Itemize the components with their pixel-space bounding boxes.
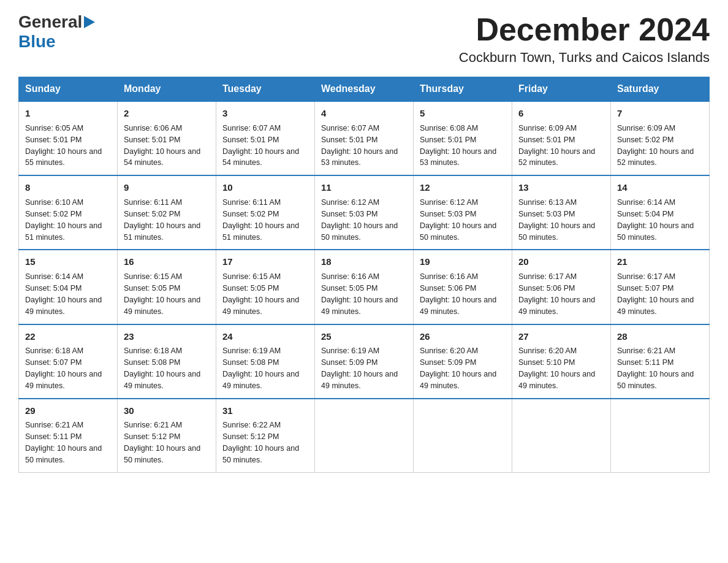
- day-number: 8: [25, 181, 111, 194]
- calendar-header-row: Sunday Monday Tuesday Wednesday Thursday…: [19, 77, 710, 102]
- day-number: 2: [124, 107, 210, 120]
- day-number: 12: [420, 181, 506, 194]
- calendar-day-cell: 31 Sunrise: 6:22 AMSunset: 5:12 PMDaylig…: [216, 399, 315, 473]
- day-info: Sunrise: 6:18 AMSunset: 5:08 PMDaylight:…: [124, 347, 200, 390]
- day-number: 11: [321, 181, 407, 194]
- day-info: Sunrise: 6:17 AMSunset: 5:07 PMDaylight:…: [617, 272, 694, 316]
- day-info: Sunrise: 6:08 AMSunset: 5:01 PMDaylight:…: [420, 124, 496, 167]
- calendar-day-cell: 25 Sunrise: 6:19 AMSunset: 5:09 PMDaylig…: [315, 324, 414, 399]
- calendar-day-cell: 19 Sunrise: 6:16 AMSunset: 5:06 PMDaylig…: [414, 250, 512, 324]
- col-friday: Friday: [512, 77, 611, 102]
- calendar-day-cell: 12 Sunrise: 6:12 AMSunset: 5:03 PMDaylig…: [414, 175, 512, 250]
- calendar-day-cell: 20 Sunrise: 6:17 AMSunset: 5:06 PMDaylig…: [512, 250, 611, 324]
- day-number: 28: [617, 330, 703, 343]
- calendar-day-cell: 11 Sunrise: 6:12 AMSunset: 5:03 PMDaylig…: [315, 175, 414, 250]
- calendar-day-cell: 5 Sunrise: 6:08 AMSunset: 5:01 PMDayligh…: [414, 101, 512, 175]
- col-saturday: Saturday: [611, 77, 710, 102]
- day-info: Sunrise: 6:14 AMSunset: 5:04 PMDaylight:…: [617, 198, 694, 242]
- day-number: 19: [420, 255, 506, 269]
- day-number: 6: [518, 107, 604, 120]
- calendar-day-cell: [315, 399, 414, 473]
- day-number: 24: [222, 330, 308, 343]
- logo-blue-text: Blue: [18, 32, 56, 51]
- col-monday: Monday: [118, 77, 216, 102]
- calendar-day-cell: 27 Sunrise: 6:20 AMSunset: 5:10 PMDaylig…: [512, 324, 611, 399]
- calendar-week-row: 1 Sunrise: 6:05 AMSunset: 5:01 PMDayligh…: [19, 101, 710, 175]
- page-subtitle: Cockburn Town, Turks and Caicos Islands: [459, 50, 710, 66]
- calendar-day-cell: 4 Sunrise: 6:07 AMSunset: 5:01 PMDayligh…: [315, 101, 414, 175]
- day-number: 21: [617, 255, 703, 269]
- day-info: Sunrise: 6:15 AMSunset: 5:05 PMDaylight:…: [124, 272, 200, 316]
- day-info: Sunrise: 6:17 AMSunset: 5:06 PMDaylight:…: [518, 272, 595, 316]
- day-info: Sunrise: 6:20 AMSunset: 5:10 PMDaylight:…: [518, 347, 595, 390]
- calendar-day-cell: 26 Sunrise: 6:20 AMSunset: 5:09 PMDaylig…: [414, 324, 512, 399]
- calendar-day-cell: 6 Sunrise: 6:09 AMSunset: 5:01 PMDayligh…: [512, 101, 611, 175]
- calendar-day-cell: 3 Sunrise: 6:07 AMSunset: 5:01 PMDayligh…: [216, 101, 315, 175]
- svg-marker-0: [84, 16, 95, 28]
- calendar-day-cell: 13 Sunrise: 6:13 AMSunset: 5:03 PMDaylig…: [512, 175, 611, 250]
- title-area: December 2024 Cockburn Town, Turks and C…: [459, 12, 710, 66]
- day-number: 4: [321, 107, 407, 120]
- calendar-day-cell: 21 Sunrise: 6:17 AMSunset: 5:07 PMDaylig…: [611, 250, 710, 324]
- day-number: 7: [617, 107, 703, 120]
- calendar-week-row: 8 Sunrise: 6:10 AMSunset: 5:02 PMDayligh…: [19, 175, 710, 250]
- calendar-week-row: 29 Sunrise: 6:21 AMSunset: 5:11 PMDaylig…: [19, 399, 710, 473]
- day-number: 5: [420, 107, 506, 120]
- calendar-week-row: 22 Sunrise: 6:18 AMSunset: 5:07 PMDaylig…: [19, 324, 710, 399]
- day-number: 25: [321, 330, 407, 343]
- calendar-day-cell: [414, 399, 512, 473]
- calendar-day-cell: 10 Sunrise: 6:11 AMSunset: 5:02 PMDaylig…: [216, 175, 315, 250]
- day-info: Sunrise: 6:10 AMSunset: 5:02 PMDaylight:…: [25, 198, 102, 242]
- day-info: Sunrise: 6:09 AMSunset: 5:02 PMDaylight:…: [617, 124, 694, 167]
- day-info: Sunrise: 6:12 AMSunset: 5:03 PMDaylight:…: [321, 198, 398, 242]
- day-info: Sunrise: 6:09 AMSunset: 5:01 PMDaylight:…: [518, 124, 595, 167]
- day-info: Sunrise: 6:14 AMSunset: 5:04 PMDaylight:…: [25, 272, 102, 316]
- logo-arrow-icon: [84, 16, 95, 31]
- calendar-day-cell: 14 Sunrise: 6:14 AMSunset: 5:04 PMDaylig…: [611, 175, 710, 250]
- day-number: 29: [25, 404, 111, 418]
- day-info: Sunrise: 6:13 AMSunset: 5:03 PMDaylight:…: [518, 198, 595, 242]
- day-number: 9: [124, 181, 210, 194]
- day-info: Sunrise: 6:21 AMSunset: 5:11 PMDaylight:…: [617, 347, 694, 390]
- day-info: Sunrise: 6:05 AMSunset: 5:01 PMDaylight:…: [25, 124, 102, 167]
- calendar-day-cell: 7 Sunrise: 6:09 AMSunset: 5:02 PMDayligh…: [611, 101, 710, 175]
- day-info: Sunrise: 6:20 AMSunset: 5:09 PMDaylight:…: [420, 347, 496, 390]
- calendar-day-cell: 28 Sunrise: 6:21 AMSunset: 5:11 PMDaylig…: [611, 324, 710, 399]
- calendar-day-cell: 8 Sunrise: 6:10 AMSunset: 5:02 PMDayligh…: [19, 175, 118, 250]
- day-number: 18: [321, 255, 407, 269]
- day-number: 23: [124, 330, 210, 343]
- page-title: December 2024: [459, 12, 710, 47]
- day-number: 31: [222, 404, 308, 418]
- logo: General Blue: [18, 12, 95, 52]
- calendar-day-cell: 17 Sunrise: 6:15 AMSunset: 5:05 PMDaylig…: [216, 250, 315, 324]
- calendar-day-cell: [611, 399, 710, 473]
- calendar-day-cell: 9 Sunrise: 6:11 AMSunset: 5:02 PMDayligh…: [118, 175, 216, 250]
- day-number: 30: [124, 404, 210, 418]
- day-info: Sunrise: 6:06 AMSunset: 5:01 PMDaylight:…: [124, 124, 200, 167]
- day-number: 27: [518, 330, 604, 343]
- day-info: Sunrise: 6:15 AMSunset: 5:05 PMDaylight:…: [222, 272, 299, 316]
- day-info: Sunrise: 6:16 AMSunset: 5:06 PMDaylight:…: [420, 272, 496, 316]
- day-info: Sunrise: 6:21 AMSunset: 5:11 PMDaylight:…: [25, 421, 102, 464]
- day-info: Sunrise: 6:16 AMSunset: 5:05 PMDaylight:…: [321, 272, 398, 316]
- day-number: 10: [222, 181, 308, 194]
- page-header: General Blue December 2024 Cockburn Town…: [18, 12, 710, 66]
- calendar-day-cell: 29 Sunrise: 6:21 AMSunset: 5:11 PMDaylig…: [19, 399, 118, 473]
- calendar-day-cell: 24 Sunrise: 6:19 AMSunset: 5:08 PMDaylig…: [216, 324, 315, 399]
- col-thursday: Thursday: [414, 77, 512, 102]
- col-tuesday: Tuesday: [216, 77, 315, 102]
- calendar-day-cell: 22 Sunrise: 6:18 AMSunset: 5:07 PMDaylig…: [19, 324, 118, 399]
- logo-general-text: General: [18, 12, 82, 32]
- calendar-day-cell: 23 Sunrise: 6:18 AMSunset: 5:08 PMDaylig…: [118, 324, 216, 399]
- calendar-day-cell: 16 Sunrise: 6:15 AMSunset: 5:05 PMDaylig…: [118, 250, 216, 324]
- day-info: Sunrise: 6:11 AMSunset: 5:02 PMDaylight:…: [222, 198, 299, 242]
- calendar-week-row: 15 Sunrise: 6:14 AMSunset: 5:04 PMDaylig…: [19, 250, 710, 324]
- day-number: 14: [617, 181, 703, 194]
- day-info: Sunrise: 6:19 AMSunset: 5:08 PMDaylight:…: [222, 347, 299, 390]
- day-number: 17: [222, 255, 308, 269]
- calendar-day-cell: 18 Sunrise: 6:16 AMSunset: 5:05 PMDaylig…: [315, 250, 414, 324]
- day-number: 16: [124, 255, 210, 269]
- day-info: Sunrise: 6:11 AMSunset: 5:02 PMDaylight:…: [124, 198, 200, 242]
- day-number: 26: [420, 330, 506, 343]
- calendar-day-cell: [512, 399, 611, 473]
